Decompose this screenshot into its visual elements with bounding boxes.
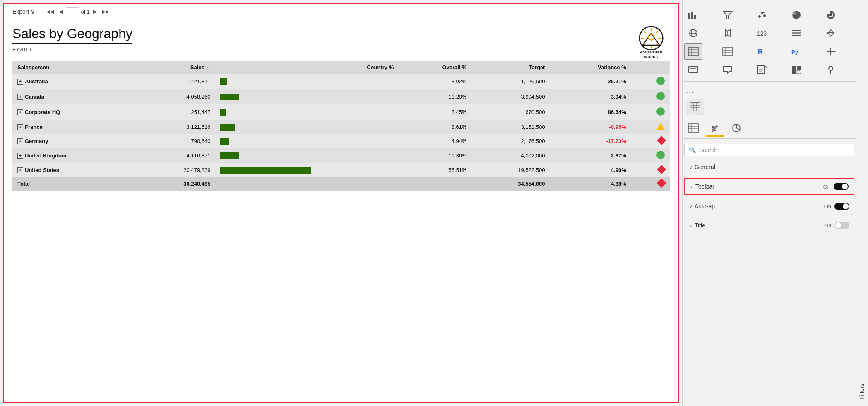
fields-tab[interactable] bbox=[684, 120, 702, 137]
table-row: +Australia 1,421,811 3.92% 1,126,500 26.… bbox=[12, 74, 670, 89]
pie-chart-icon[interactable] bbox=[787, 7, 805, 23]
next-page-button[interactable]: ▶ bbox=[91, 8, 99, 15]
row-target: 670,500 bbox=[472, 104, 550, 120]
svg-point-22 bbox=[763, 12, 765, 13]
col-variance[interactable]: Variance % bbox=[550, 61, 631, 74]
table-list-icon[interactable] bbox=[787, 25, 805, 41]
table-row: +United Kingdom 4,116,871 11.36% 4,002,0… bbox=[12, 148, 670, 163]
logo-svg bbox=[637, 26, 666, 50]
smart-narrative-icon[interactable] bbox=[684, 61, 702, 78]
page-number-input[interactable]: 1 bbox=[66, 7, 79, 16]
row-variance: 26.21% bbox=[550, 74, 631, 89]
search-icon: 🔍 bbox=[689, 147, 696, 153]
table-row: +Corporate HQ 1,251,447 3.45% 670,500 86… bbox=[12, 104, 670, 120]
custom-visual-icon[interactable] bbox=[787, 61, 805, 78]
map-pins-icon[interactable] bbox=[822, 61, 840, 78]
search-box[interactable]: 🔍 bbox=[684, 144, 854, 156]
auto-ap-section: ∨ Auto-ap... On bbox=[684, 198, 854, 214]
svg-rect-56 bbox=[797, 66, 801, 70]
last-page-button[interactable]: ▶▶ bbox=[100, 8, 111, 15]
matrix-expand-area bbox=[683, 97, 856, 117]
table-total-row: Total 36,240,485 34,554,000 4.88% bbox=[12, 177, 670, 191]
row-status bbox=[631, 148, 670, 163]
more-icons-dots: ... bbox=[683, 85, 856, 97]
col-bar bbox=[215, 61, 320, 74]
right-panel-wrapper: 123 R Py bbox=[682, 0, 868, 406]
chevron-icon: ∨ bbox=[689, 204, 692, 209]
number-icon[interactable]: 123 bbox=[753, 25, 771, 41]
chevron-icon: ∨ bbox=[689, 223, 692, 228]
qa-icon[interactable] bbox=[719, 61, 737, 78]
col-status bbox=[631, 61, 670, 74]
r-script-icon[interactable]: R bbox=[753, 43, 771, 60]
donut-chart-icon[interactable] bbox=[822, 7, 840, 23]
toolbar-toggle[interactable] bbox=[834, 183, 849, 190]
col-salesperson[interactable]: Salesperson bbox=[12, 61, 137, 74]
table-row: +Canada 4,058,260 11.20% 3,904,500 3.94% bbox=[12, 89, 670, 104]
row-sales: 3,121,616 bbox=[137, 120, 216, 134]
row-target: 3,151,500 bbox=[472, 120, 550, 134]
table-row: +United States 20,479,839 56.51% 19,522,… bbox=[12, 163, 670, 177]
row-bar bbox=[215, 163, 320, 177]
export-button[interactable]: Export ∨ bbox=[9, 7, 38, 17]
paginated-report-icon[interactable] bbox=[753, 61, 771, 78]
bar-chart-icon[interactable] bbox=[684, 7, 702, 23]
matrix-table-icon[interactable] bbox=[684, 43, 702, 60]
row-sales: 1,251,447 bbox=[137, 104, 216, 120]
general-section-header[interactable]: ∨ General bbox=[684, 160, 854, 174]
row-variance: 4.90% bbox=[550, 163, 631, 177]
prev-page-button[interactable]: ◀ bbox=[57, 8, 64, 15]
col-sales[interactable]: Sales ↑↓ bbox=[137, 61, 216, 74]
toolbar-section: ∨ Toolbar On bbox=[684, 178, 854, 195]
sort-icon: ↑↓ bbox=[206, 65, 210, 70]
title-toggle[interactable] bbox=[834, 222, 849, 229]
row-bar bbox=[215, 104, 320, 120]
row-target: 3,904,500 bbox=[472, 89, 550, 104]
svg-rect-33 bbox=[688, 47, 698, 56]
svg-rect-58 bbox=[797, 70, 801, 74]
total-target: 34,554,000 bbox=[472, 177, 550, 191]
python-icon[interactable]: Py bbox=[787, 43, 805, 60]
scatter-plot-icon[interactable] bbox=[753, 7, 771, 23]
row-bar bbox=[215, 134, 320, 148]
analytics-tab[interactable] bbox=[727, 120, 745, 137]
auto-ap-section-header[interactable]: ∨ Auto-ap... On bbox=[684, 198, 854, 214]
toolbar-section-header[interactable]: ∨ Toolbar On bbox=[685, 179, 854, 194]
format-paint-tab[interactable] bbox=[706, 120, 724, 137]
format-tabs bbox=[683, 117, 856, 139]
svg-marker-18 bbox=[724, 12, 732, 19]
svg-line-73 bbox=[736, 128, 739, 130]
row-sales: 4,058,260 bbox=[137, 89, 216, 104]
row-overall-pct: 3.45% bbox=[399, 104, 471, 120]
flat-table-icon[interactable] bbox=[719, 43, 737, 60]
row-status bbox=[631, 134, 670, 148]
auto-ap-toggle[interactable] bbox=[834, 203, 849, 210]
waterfall-icon[interactable] bbox=[822, 25, 840, 41]
svg-rect-16 bbox=[691, 12, 693, 19]
svg-text:123: 123 bbox=[757, 30, 767, 37]
matrix-expand-icon[interactable] bbox=[686, 99, 704, 115]
row-bar bbox=[215, 89, 320, 104]
col-overall-pct[interactable]: Overall % bbox=[399, 61, 471, 74]
row-target: 1,126,500 bbox=[472, 74, 550, 89]
row-sales: 4,116,871 bbox=[137, 148, 216, 163]
first-page-button[interactable]: ◀◀ bbox=[45, 8, 55, 15]
total-overall-pct bbox=[399, 177, 471, 191]
row-sales: 20,479,839 bbox=[137, 163, 216, 177]
svg-rect-15 bbox=[688, 13, 690, 19]
search-input[interactable] bbox=[699, 147, 850, 153]
report-title: Sales by Geography bbox=[12, 26, 132, 44]
row-name: +France bbox=[12, 120, 137, 134]
col-country-pct[interactable]: Country % bbox=[321, 61, 399, 74]
globe-icon[interactable] bbox=[684, 25, 702, 41]
row-status bbox=[631, 163, 670, 177]
filter-icon[interactable] bbox=[719, 7, 737, 23]
title-section-header[interactable]: ∨ Title Off bbox=[684, 218, 854, 233]
viz-icons-grid: 123 R Py bbox=[683, 3, 856, 82]
row-country-pct bbox=[321, 120, 399, 134]
col-target[interactable]: Target bbox=[472, 61, 550, 74]
map-icon[interactable] bbox=[719, 25, 737, 41]
total-sales: 36,240,485 bbox=[137, 177, 216, 191]
chevron-down-icon: ∨ bbox=[31, 8, 35, 15]
decomp-tree-icon[interactable] bbox=[822, 43, 840, 60]
